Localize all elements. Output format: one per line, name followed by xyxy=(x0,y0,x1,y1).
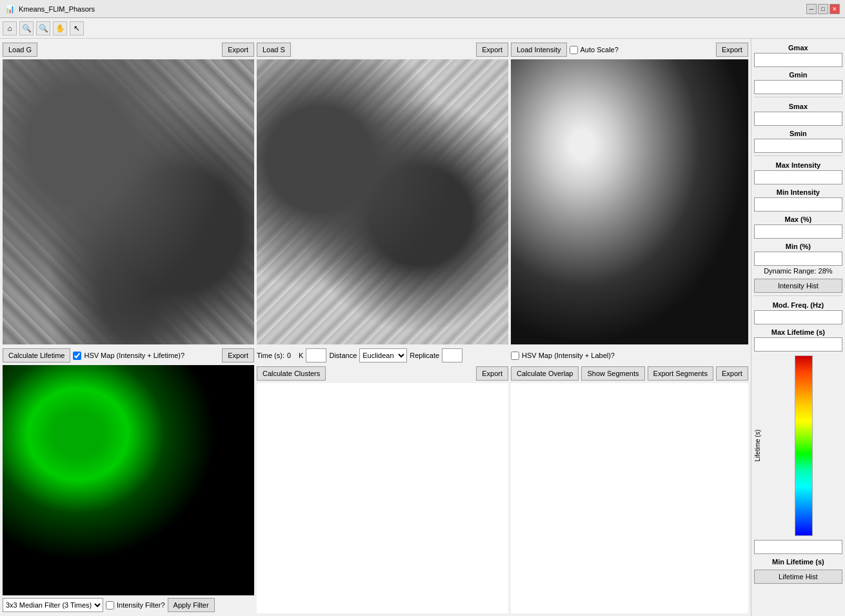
toolbar: ⌂ 🔍 🔍 ✋ ↖ xyxy=(0,18,845,39)
cursor-icon[interactable]: ↖ xyxy=(70,21,84,35)
kmeans-image-display xyxy=(257,383,508,613)
kmeans-image xyxy=(257,383,508,613)
distance-label: Distance xyxy=(329,352,357,359)
panel-segments-bottom-controls: Calculate Overlap Show Segments Export S… xyxy=(511,365,748,382)
smax-label: Smax xyxy=(754,103,842,110)
intensity-image-display xyxy=(511,59,748,344)
k-label: K xyxy=(299,352,303,359)
smin-label: Smin xyxy=(754,130,842,137)
filter-controls: 3x3 Median Filter (3 Times) 3x3 Median F… xyxy=(3,597,254,613)
separator-1 xyxy=(754,97,842,97)
filter-select[interactable]: 3x3 Median Filter (3 Times) 3x3 Median F… xyxy=(3,598,103,612)
right-panel: Gmax 1.0 Gmin 0 Smax 0.505 Smin 0 Max In… xyxy=(751,39,845,616)
panel-kmeans: Time (s): 0 K 4 Distance Euclidean Manha… xyxy=(257,347,508,613)
intensity-filter-checkbox[interactable] xyxy=(106,601,114,610)
panel-hsv: Calculate Lifetime HSV Map (Intensity + … xyxy=(3,347,254,613)
auto-scale-checkbox[interactable] xyxy=(570,46,578,54)
min-lifetime-input[interactable]: 0E-9 xyxy=(754,540,842,554)
min-pct-label: Min (%) xyxy=(754,243,842,250)
export-segments-image-button[interactable]: Export xyxy=(716,366,748,381)
segments-image-display xyxy=(511,383,748,613)
s-image-display xyxy=(257,59,508,344)
k-input[interactable]: 4 xyxy=(306,348,326,363)
mod-freq-input[interactable]: 80E6 xyxy=(754,310,842,324)
export-hsv-button[interactable]: Export xyxy=(222,348,254,363)
colorbar-container: Lifetime (s) xyxy=(754,355,842,536)
hsv-intensity-label: HSV Map (Intensity + Label)? xyxy=(522,352,615,359)
gmax-label: Gmax xyxy=(754,44,842,52)
panel-kmeans-top-controls: Time (s): 0 K 4 Distance Euclidean Manha… xyxy=(257,347,508,364)
min-intensity-label: Min Intensity xyxy=(754,188,842,196)
panel-intensity-header: Load Intensity Auto Scale? Export xyxy=(511,41,748,58)
mod-freq-label: Mod. Freq. (Hz) xyxy=(754,301,842,309)
load-intensity-button[interactable]: Load Intensity xyxy=(511,43,567,57)
calculate-overlap-button[interactable]: Calculate Overlap xyxy=(511,366,579,381)
hsv-map-checkbox[interactable] xyxy=(73,352,81,360)
hsv-image-display xyxy=(3,365,254,595)
dynamic-range-text: Dynamic Range: 28% xyxy=(754,267,842,275)
hsv-intensity-label-checkbox[interactable] xyxy=(511,352,519,360)
panel-kmeans-bottom-controls: Calculate Clusters Export xyxy=(257,365,508,382)
max-lifetime-label: Max Lifetime (s) xyxy=(754,328,842,336)
max-pct-input[interactable]: 30 xyxy=(754,224,842,239)
top-row: Load G Export Load S Export xyxy=(3,41,748,344)
calculate-lifetime-button[interactable]: Calculate Lifetime xyxy=(3,348,70,363)
replicate-input[interactable]: 3 xyxy=(442,348,462,363)
zoom-in-icon[interactable]: 🔍 xyxy=(19,21,34,35)
intensity-hist-button[interactable]: Intensity Hist xyxy=(754,279,842,293)
export-kmeans-button[interactable]: Export xyxy=(476,366,508,381)
smax-input[interactable]: 0.505 xyxy=(754,112,842,126)
smin-input[interactable]: 0 xyxy=(754,139,842,153)
min-lifetime-label: Min Lifetime (s) xyxy=(754,558,842,566)
panel-segments-top-controls: HSV Map (Intensity + Label)? xyxy=(511,347,748,364)
lifetime-axis-label: Lifetime (s) xyxy=(754,430,761,461)
panel-intensity: Load Intensity Auto Scale? Export xyxy=(511,41,748,344)
max-intensity-input[interactable]: 105 xyxy=(754,170,842,184)
export-s-button[interactable]: Export xyxy=(476,43,508,57)
export-intensity-button[interactable]: Export xyxy=(716,43,748,57)
g-image-display xyxy=(3,59,254,344)
window-title: Kmeans_FLIM_Phasors xyxy=(19,5,95,13)
panel-s-header: Load S Export xyxy=(257,41,508,58)
pan-icon[interactable]: ✋ xyxy=(53,21,67,35)
load-s-button[interactable]: Load S xyxy=(257,43,291,57)
minimize-button[interactable]: ─ xyxy=(806,4,817,14)
panel-s: Load S Export xyxy=(257,41,508,344)
zoom-out-icon[interactable]: 🔍 xyxy=(36,21,50,35)
bottom-row: Calculate Lifetime HSV Map (Intensity + … xyxy=(3,347,748,613)
title-bar: 📊 Kmeans_FLIM_Phasors ─ □ ✕ xyxy=(0,0,845,18)
gmin-label: Gmin xyxy=(754,71,842,79)
replicate-label: Replicate xyxy=(410,352,439,359)
auto-scale-label: Auto Scale? xyxy=(581,46,619,54)
separator-2 xyxy=(754,155,842,156)
calculate-clusters-button[interactable]: Calculate Clusters xyxy=(257,366,326,381)
hsv-map-label: HSV Map (Intensity + Lifetime)? xyxy=(84,352,184,359)
intensity-filter-label: Intensity Filter? xyxy=(117,601,165,609)
export-g-button[interactable]: Export xyxy=(222,43,254,57)
time-value: 0 xyxy=(287,352,291,359)
maximize-button[interactable]: □ xyxy=(818,4,828,14)
min-pct-input[interactable]: 2 xyxy=(754,252,842,266)
show-segments-button[interactable]: Show Segments xyxy=(581,366,644,381)
time-label: Time (s): xyxy=(257,352,284,359)
home-icon[interactable]: ⌂ xyxy=(3,21,17,35)
main-content: Load G Export Load S Export xyxy=(0,39,845,616)
export-segments-button[interactable]: Export Segments xyxy=(648,366,713,381)
g-image xyxy=(3,59,254,344)
intensity-image xyxy=(511,59,748,344)
hsv-image xyxy=(3,365,254,595)
apply-filter-button[interactable]: Apply Filter xyxy=(168,598,215,612)
gmax-input[interactable]: 1.0 xyxy=(754,53,842,67)
gmin-input[interactable]: 0 xyxy=(754,80,842,94)
max-lifetime-input[interactable]: 3E-9 xyxy=(754,337,842,352)
distance-select[interactable]: Euclidean Manhattan Cosine xyxy=(359,348,407,363)
lifetime-hist-button[interactable]: Lifetime Hist xyxy=(754,570,842,584)
panel-segments: HSV Map (Intensity + Label)? Calculate O… xyxy=(511,347,748,613)
max-pct-label: Max (%) xyxy=(754,215,842,223)
s-image xyxy=(257,59,508,344)
close-button[interactable]: ✕ xyxy=(830,4,840,14)
min-intensity-input[interactable]: 7 xyxy=(754,197,842,212)
load-g-button[interactable]: Load G xyxy=(3,43,37,57)
center-area: Load G Export Load S Export xyxy=(0,39,751,616)
max-intensity-label: Max Intensity xyxy=(754,161,842,169)
